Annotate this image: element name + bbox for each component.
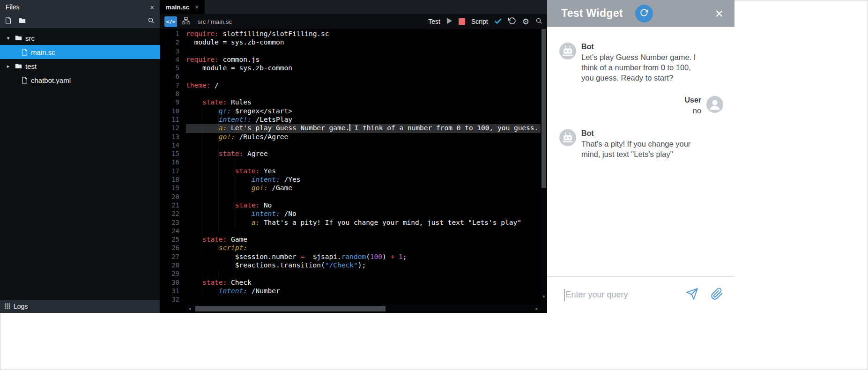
file-icon <box>22 77 28 84</box>
attach-button[interactable] <box>711 288 723 302</box>
code-line-17[interactable]: state: Yes <box>186 167 541 176</box>
line-number: 4 <box>160 56 186 64</box>
horizontal-scrollbar-thumb[interactable] <box>195 306 386 311</box>
code-line-24[interactable] <box>186 227 541 236</box>
files-search-button[interactable] <box>148 17 155 26</box>
code-line-22[interactable]: intent: /No <box>186 210 541 218</box>
code-line-6[interactable] <box>186 73 541 81</box>
tab-close-icon[interactable]: × <box>195 3 199 11</box>
code-line-20[interactable] <box>186 193 541 201</box>
line-number: 32 <box>160 296 186 304</box>
line-number: 31 <box>160 287 186 296</box>
code-line-7[interactable]: theme: / <box>186 81 541 90</box>
message-text: no <box>684 106 701 116</box>
widget-close-button[interactable]: × <box>715 7 723 21</box>
code-line-21[interactable]: state: No <box>186 201 541 210</box>
code-line-8[interactable] <box>186 90 541 98</box>
files-panel-header: Files × <box>0 0 160 28</box>
query-input[interactable] <box>565 290 674 300</box>
screenshot-canvas: Files × ▾srcmain.sc▸testchatbot.yaml Log… <box>0 0 868 370</box>
new-folder-button[interactable] <box>19 17 26 25</box>
bot-avatar <box>559 43 576 59</box>
logs-label: Logs <box>14 303 28 310</box>
files-panel: Files × ▾srcmain.sc▸testchatbot.yaml Log… <box>0 0 160 313</box>
visual-editor-button[interactable] <box>182 17 190 27</box>
breadcrumb: src / main.sc <box>198 18 232 25</box>
gutter: 1234567891011121314151617181920212223242… <box>160 29 186 313</box>
code-line-3[interactable] <box>186 47 541 56</box>
new-file-button[interactable] <box>5 17 11 26</box>
code-line-14[interactable] <box>186 141 541 150</box>
line-number: 3 <box>160 47 186 56</box>
code-line-27[interactable]: $session.number = $jsapi.random(100) + 1… <box>186 253 541 261</box>
line-number: 8 <box>160 90 186 98</box>
editor-toolbar: </> src / main.sc Test Script ⚙ <box>160 14 547 29</box>
widget-refresh-button[interactable] <box>635 5 653 22</box>
message-text: Let's play Guess Number game. I think of… <box>581 52 698 83</box>
code-line-9[interactable]: state: Rules <box>186 98 541 107</box>
stop-button[interactable] <box>459 18 465 25</box>
horizontal-scrollbar-track[interactable] <box>193 304 533 313</box>
code-line-1[interactable]: require: slotfilling/slotFilling.sc <box>186 30 541 38</box>
scroll-down-icon[interactable]: ▼ <box>541 295 547 299</box>
code-line-23[interactable]: a: That's a pity! If you change your min… <box>186 219 541 227</box>
tab-main-sc[interactable]: main.sc × <box>160 0 205 14</box>
code-line-19[interactable]: go!: /Game <box>186 184 541 192</box>
code-lines[interactable]: require: slotfilling/slotFilling.sc modu… <box>186 29 541 313</box>
scroll-right-icon[interactable]: ► <box>533 307 541 311</box>
line-number: 19 <box>160 184 186 192</box>
user-avatar <box>706 96 723 113</box>
logs-bar[interactable]: Logs <box>0 300 160 313</box>
validate-button[interactable] <box>494 17 502 26</box>
code-line-10[interactable]: q!: $regex</start> <box>186 107 541 116</box>
code-view-button[interactable]: </> <box>164 16 177 27</box>
code-line-5[interactable]: module = sys.zb-common <box>186 64 541 73</box>
line-number: 15 <box>160 150 186 158</box>
send-button[interactable] <box>686 288 698 302</box>
chat-input-bar <box>547 276 734 313</box>
vertical-scrollbar[interactable]: ▼ <box>541 29 547 313</box>
code-line-32[interactable] <box>186 296 541 304</box>
code-line-30[interactable]: state: Check <box>186 279 541 287</box>
tree-item-chatbot.yaml[interactable]: chatbot.yaml <box>0 73 160 87</box>
code-line-2[interactable]: module = sys.zb-common <box>186 38 541 47</box>
code-line-18[interactable]: intent: /Yes <box>186 176 541 184</box>
code-line-12[interactable]: a: Let's play Guess Number game. I think… <box>186 124 541 133</box>
code-line-29[interactable] <box>186 270 541 278</box>
line-number: 7 <box>160 81 186 90</box>
user-message: Userno <box>559 96 723 116</box>
revert-button[interactable] <box>508 17 516 27</box>
editor-search-button[interactable] <box>535 17 542 26</box>
run-test-button[interactable] <box>446 17 453 26</box>
tree-item-main.sc[interactable]: main.sc <box>0 45 160 59</box>
code-line-4[interactable]: require: common.js <box>186 56 541 64</box>
message-author: Bot <box>581 129 698 138</box>
tree-item-label: chatbot.yaml <box>31 76 71 84</box>
code-editor[interactable]: 1234567891011121314151617181920212223242… <box>160 29 547 313</box>
line-number: 10 <box>160 107 186 116</box>
code-line-11[interactable]: intent!: /LetsPlay <box>186 116 541 124</box>
line-number: 9 <box>160 98 186 107</box>
code-line-16[interactable] <box>186 158 541 167</box>
search-icon <box>535 17 542 26</box>
settings-button[interactable]: ⚙ <box>522 18 529 26</box>
code-line-26[interactable]: script: <box>186 244 541 252</box>
files-close-button[interactable]: × <box>150 3 154 11</box>
scroll-left-icon[interactable]: ◄ <box>186 307 193 311</box>
bot-message: BotThat's a pity! If you change your min… <box>559 129 723 160</box>
horizontal-scrollbar[interactable]: ◄ ► <box>186 304 541 313</box>
tree-item-test[interactable]: ▸test <box>0 59 160 73</box>
code-line-13[interactable]: go!: /Rules/Agree <box>186 133 541 141</box>
search-icon <box>148 17 155 26</box>
code-line-28[interactable]: $reactions.transition("/Check"); <box>186 261 541 270</box>
code-line-15[interactable]: state: Agree <box>186 150 541 158</box>
chevron-right-icon[interactable]: ▸ <box>5 63 12 69</box>
play-icon <box>446 17 453 26</box>
tree-item-label: main.sc <box>31 48 55 56</box>
vertical-scrollbar-thumb[interactable] <box>542 29 546 188</box>
code-line-31[interactable]: intent: /Number <box>186 287 541 296</box>
hierarchy-icon <box>182 17 190 27</box>
tree-item-src[interactable]: ▾src <box>0 31 160 45</box>
chevron-down-icon[interactable]: ▾ <box>5 35 12 41</box>
code-line-25[interactable]: state: Game <box>186 236 541 244</box>
